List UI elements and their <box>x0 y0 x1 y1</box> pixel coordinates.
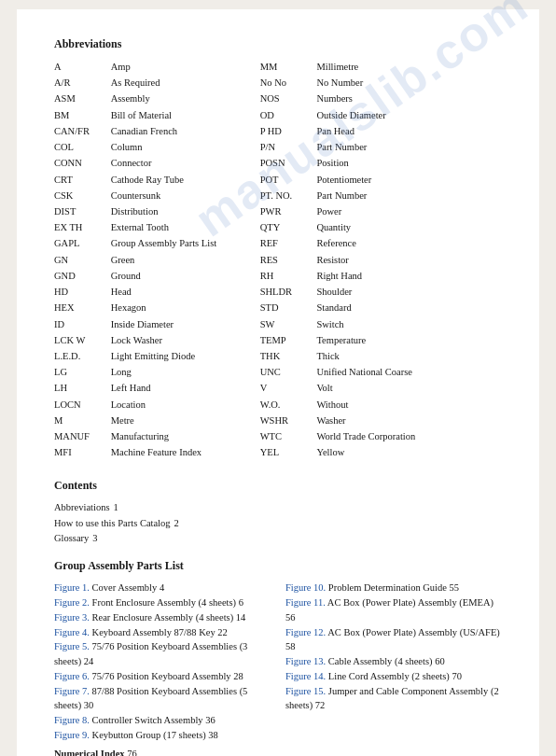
abbr-def-left: Group Assembly Parts List <box>111 235 260 251</box>
gapl-item-desc: Keybutton Group (17 sheets) <box>92 730 206 740</box>
gapl-item-page: 22 <box>217 627 228 637</box>
abbr-code-right: V <box>260 380 317 396</box>
abbr-def-left: Hexagon <box>111 300 260 315</box>
abbr-def-left: Long <box>111 364 260 380</box>
abbr-row: GNDGroundRHRight Hand <box>54 268 502 284</box>
gapl-item-page: 36 <box>205 715 215 725</box>
abbr-def-left: External Tooth <box>111 219 260 235</box>
abbreviations-title: Abbreviations <box>54 37 502 51</box>
gapl-item: Figure 10. Problem Determination Guide 5… <box>285 581 502 595</box>
abbr-row: CAN/FRCanadian FrenchP HDPan Head <box>54 123 502 139</box>
abbr-code-left: LH <box>54 380 111 396</box>
gapl-item-desc: Keyboard Assembly 87/88 Key <box>92 627 215 637</box>
abbr-row: LGLongUNCUnified National Coarse <box>54 364 502 380</box>
abbr-code-right: No No <box>260 75 317 91</box>
gapl-fig-label: Figure 9. <box>54 730 90 740</box>
gapl-item-desc: Cover Assembly <box>92 582 158 593</box>
abbr-def-right: Millimetre <box>316 59 502 75</box>
abbr-code-right: SHLDR <box>260 284 317 300</box>
gapl-item: Figure 5. 75/76 Position Keyboard Assemb… <box>54 639 271 669</box>
abbr-def-right: World Trade Corporation <box>316 428 502 444</box>
contents-item-page: 3 <box>92 533 97 543</box>
gapl-item: Figure 3. Rear Enclosure Assembly (4 she… <box>54 610 271 625</box>
gapl-fig-label: Figure 4. <box>54 627 90 637</box>
abbr-def-left: Amp <box>111 59 260 75</box>
contents-item-label: Glossary <box>54 533 89 543</box>
page: manualslib.com Abbreviations AAmpMMMilli… <box>17 9 539 756</box>
abbr-code-right: SW <box>260 316 317 332</box>
gapl-fig-label: Figure 15. <box>285 686 326 696</box>
abbr-def-right: No Number <box>316 75 502 91</box>
abbr-row: BMBill of MaterialODOutside Diameter <box>54 107 502 123</box>
abbr-code-left: DIST <box>54 203 111 219</box>
gapl-item: Figure 7. 87/88 Position Keyboard Assemb… <box>54 684 271 714</box>
abbr-def-left: Countersunk <box>111 188 260 203</box>
abbr-code-left: BM <box>54 107 111 123</box>
abbr-def-left: Manufacturing <box>111 428 260 444</box>
abbr-def-left: Connector <box>111 155 260 171</box>
abbr-def-left: Head <box>111 284 260 300</box>
abbr-row: MMetreWSHRWasher <box>54 413 502 428</box>
abbr-code-right: MM <box>260 59 317 75</box>
abbr-def-right: Reference <box>316 235 502 251</box>
abbr-code-left: A <box>54 59 111 75</box>
abbr-code-right: UNC <box>260 364 317 380</box>
contents-list: Abbreviations1How to use this Parts Cata… <box>54 500 502 546</box>
abbr-code-left: LG <box>54 364 111 380</box>
abbr-def-left: Left Hand <box>111 380 260 396</box>
gapl-item: Figure 8. Controller Switch Assembly 36 <box>54 713 271 728</box>
abbr-code-left: M <box>54 413 111 428</box>
abbr-def-right: Position <box>316 155 502 171</box>
abbr-def-right: Power <box>316 203 502 219</box>
abbr-code-left: CONN <box>54 155 111 171</box>
abbr-code-left: GAPL <box>54 235 111 251</box>
abbr-code-left: L.E.D. <box>54 348 111 364</box>
abbr-row: CONNConnectorPOSNPosition <box>54 155 502 171</box>
gapl-item-page: 28 <box>233 671 243 681</box>
gapl-item-desc: 75/76 Position Keyboard Assembly <box>92 671 231 681</box>
abbr-code-left: EX TH <box>54 219 111 235</box>
gapl-numerical: Numerical Index 76 <box>54 749 502 756</box>
abbr-def-right: Temperature <box>316 332 502 348</box>
gapl-item: Figure 4. Keyboard Assembly 87/88 Key 22 <box>54 625 271 640</box>
abbr-code-right: POSN <box>260 155 317 171</box>
gapl-item-desc: AC Box (Power Plate) Assembly (EMEA) <box>327 597 493 608</box>
gapl-item: Figure 2. Front Enclosure Assembly (4 sh… <box>54 595 271 610</box>
contents-item: How to use this Parts Catalog2 <box>54 516 502 531</box>
abbr-def-left: Green <box>111 252 260 268</box>
gapl-item-desc: Line Cord Assembly (2 sheets) <box>328 671 450 681</box>
gapl-item: Figure 1. Cover Assembly 4 <box>54 581 271 595</box>
gapl-item: Figure 11. AC Box (Power Plate) Assembly… <box>285 595 502 625</box>
gapl-right: Figure 10. Problem Determination Guide 5… <box>285 581 502 742</box>
abbr-def-right: Potentiometer <box>316 172 502 188</box>
abbr-code-left: COL <box>54 139 111 155</box>
gapl-fig-label: Figure 5. <box>54 641 90 651</box>
abbr-def-right: Thick <box>316 348 502 364</box>
abbr-code-right: WSHR <box>260 413 317 428</box>
gapl-fig-label: Figure 7. <box>54 686 90 696</box>
abbr-code-left: CSK <box>54 188 111 203</box>
gapl-item: Figure 9. Keybutton Group (17 sheets) 38 <box>54 728 271 743</box>
gapl-fig-label: Figure 1. <box>54 582 90 593</box>
abbr-def-right: Volt <box>316 380 502 396</box>
abbr-def-right: Yellow <box>316 444 502 460</box>
abbr-code-left: GN <box>54 252 111 268</box>
gapl-item-page: 24 <box>84 656 94 666</box>
abbr-code-right: THK <box>260 348 317 364</box>
abbr-code-right: TEMP <box>260 332 317 348</box>
abbr-def-right: Standard <box>316 300 502 315</box>
contents-item-label: Abbreviations <box>54 502 110 512</box>
gapl-item: Figure 14. Line Cord Assembly (2 sheets)… <box>285 669 502 684</box>
abbr-def-left: Distribution <box>111 203 260 219</box>
abbr-row: LCK WLock WasherTEMPTemperature <box>54 332 502 348</box>
gapl-item: Figure 13. Cable Assembly (4 sheets) 60 <box>285 654 502 669</box>
gapl-item-page: 14 <box>236 612 246 623</box>
abbr-code-right: PWR <box>260 203 317 219</box>
abbr-def-right: Washer <box>316 413 502 428</box>
gapl-item-desc: Cable Assembly (4 sheets) <box>328 656 433 666</box>
gapl-fig-label: Figure 13. <box>285 656 326 666</box>
contents-item-page: 1 <box>114 502 118 512</box>
contents-section: Contents Abbreviations1How to use this P… <box>54 479 502 546</box>
gapl-fig-label: Figure 12. <box>285 627 326 637</box>
abbr-code-left: ASM <box>54 91 111 106</box>
